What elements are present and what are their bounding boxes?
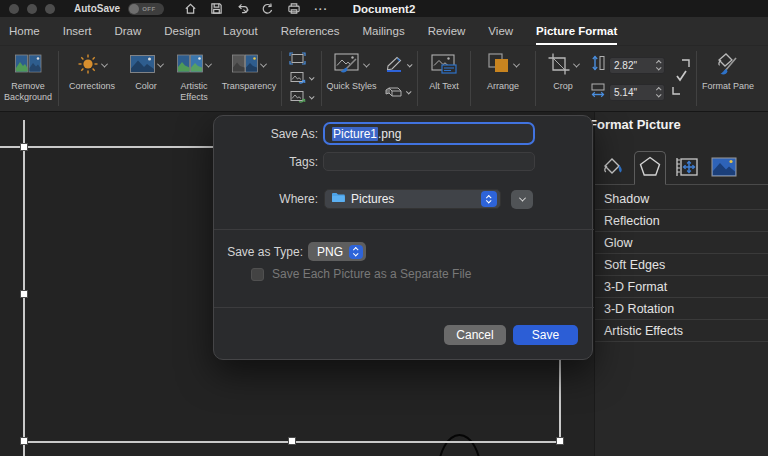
- home-icon[interactable]: [184, 2, 197, 15]
- size-fields: 2.82" 5.14": [588, 46, 668, 111]
- panel-section-reflection[interactable]: Reflection: [595, 210, 768, 232]
- picture-effects-cube-icon: [384, 84, 403, 102]
- panel-section-shadow[interactable]: Shadow: [595, 188, 768, 210]
- tab-layout-properties[interactable]: [671, 154, 703, 184]
- compress-pictures-icon: [289, 51, 306, 69]
- arrange-button[interactable]: Arrange: [473, 46, 533, 111]
- window-close-button[interactable]: [9, 4, 19, 14]
- print-icon[interactable]: [287, 2, 301, 15]
- separate-file-checkbox[interactable]: [251, 268, 264, 281]
- selection-handle-middle-left[interactable]: [20, 290, 28, 298]
- dialog-separator-bottom: [214, 307, 594, 308]
- picture-effects-button[interactable]: [384, 84, 412, 102]
- color-button[interactable]: Color: [123, 46, 169, 111]
- save-button[interactable]: Save: [513, 325, 578, 345]
- dialog-separator-top: [214, 229, 594, 230]
- autosave-toggle[interactable]: OFF: [128, 3, 164, 15]
- height-stepper[interactable]: [657, 60, 661, 70]
- tab-insert[interactable]: Insert: [63, 17, 92, 45]
- reset-picture-button[interactable]: [289, 91, 314, 105]
- crop-chevron-icon[interactable]: [573, 61, 580, 68]
- tab-picture[interactable]: [708, 154, 740, 184]
- tab-fill-line[interactable]: [597, 154, 629, 184]
- corrections-button[interactable]: Corrections: [61, 46, 123, 111]
- format-pane-button[interactable]: Format Pane: [699, 46, 757, 111]
- tags-input[interactable]: [323, 152, 535, 171]
- undo-button[interactable]: [236, 2, 248, 15]
- lock-aspect-ratio-checkbox[interactable]: [671, 57, 691, 101]
- where-value: Pictures: [351, 192, 481, 206]
- selection-handle-bottom-left[interactable]: [20, 437, 28, 445]
- reset-picture-icon: [289, 89, 306, 107]
- quick-styles-icon: [334, 53, 361, 78]
- tab-design[interactable]: Design: [164, 17, 200, 45]
- autosave-label: AutoSave: [74, 3, 120, 14]
- picture-border-button[interactable]: [384, 56, 412, 76]
- picture-icon: [711, 157, 737, 181]
- artistic-effects-button[interactable]: Artistic Effects: [169, 46, 219, 111]
- file-type-value: PNG: [317, 245, 343, 259]
- selection-left-edge: [23, 120, 25, 456]
- tab-layout[interactable]: Layout: [223, 17, 258, 45]
- tab-draw[interactable]: Draw: [114, 17, 141, 45]
- shape-width-icon: [591, 82, 605, 102]
- shape-width-field[interactable]: 5.14": [609, 84, 665, 101]
- panel-section-soft-edges[interactable]: Soft Edges: [595, 254, 768, 276]
- tab-view[interactable]: View: [488, 17, 513, 45]
- folder-icon: [331, 192, 345, 206]
- panel-section-glow[interactable]: Glow: [595, 232, 768, 254]
- corrections-chevron-icon[interactable]: [101, 61, 108, 68]
- filename-extension: .png: [378, 127, 401, 141]
- picture-border-chevron-icon[interactable]: [407, 62, 412, 67]
- reset-picture-chevron-icon[interactable]: [309, 94, 314, 99]
- fill-line-icon: [601, 156, 625, 182]
- selection-handle-bottom-center[interactable]: [288, 437, 296, 445]
- filename-input[interactable]: Picture1.png: [323, 122, 535, 145]
- tab-home[interactable]: Home: [9, 17, 40, 45]
- change-picture-button[interactable]: [289, 72, 314, 86]
- transparency-chevron-icon[interactable]: [260, 61, 267, 68]
- quick-styles-button[interactable]: Quick Styles: [324, 46, 380, 111]
- tab-effects[interactable]: [634, 151, 666, 185]
- oval-shape[interactable]: [437, 434, 482, 456]
- alt-text-button[interactable]: Alt Text: [420, 46, 468, 111]
- window-controls: [9, 4, 55, 14]
- compress-pictures-button[interactable]: [289, 53, 314, 67]
- tab-references[interactable]: References: [281, 17, 340, 45]
- panel-section-artistic-effects[interactable]: Artistic Effects: [595, 320, 768, 342]
- shape-height-value: 2.82": [614, 60, 657, 71]
- transparency-button[interactable]: Transparency: [219, 46, 279, 111]
- selection-handle-top-left[interactable]: [20, 143, 28, 151]
- save-icon[interactable]: [210, 2, 223, 15]
- file-type-dropdown[interactable]: PNG: [308, 242, 366, 261]
- panel-section-3d-format[interactable]: 3-D Format: [595, 276, 768, 298]
- color-chevron-icon[interactable]: [156, 61, 163, 68]
- window-minimize-button[interactable]: [27, 4, 37, 14]
- selection-handle-bottom-right[interactable]: [556, 437, 564, 445]
- shape-height-field[interactable]: 2.82": [609, 57, 665, 74]
- redo-icon[interactable]: [261, 2, 274, 15]
- quick-styles-chevron-icon[interactable]: [363, 61, 370, 68]
- where-expand-button[interactable]: [511, 190, 533, 209]
- where-dropdown[interactable]: Pictures: [324, 189, 501, 209]
- where-stepper-icon: [481, 191, 497, 207]
- remove-background-button[interactable]: Remove Background: [0, 46, 56, 111]
- picture-effects-chevron-icon[interactable]: [406, 89, 411, 94]
- change-picture-chevron-icon[interactable]: [309, 75, 314, 80]
- panel-section-3d-rotation[interactable]: 3-D Rotation: [595, 298, 768, 320]
- tab-picture-format[interactable]: Picture Format: [536, 17, 617, 45]
- more-commands-icon[interactable]: ···: [314, 3, 328, 15]
- panel-title: Format Picture: [589, 117, 768, 132]
- panel-tabs: [595, 148, 768, 185]
- alt-text-icon: [431, 54, 457, 78]
- tab-mailings[interactable]: Mailings: [362, 17, 404, 45]
- cancel-button[interactable]: Cancel: [444, 325, 506, 345]
- crop-button[interactable]: Crop: [538, 46, 588, 111]
- window-zoom-button[interactable]: [45, 4, 55, 14]
- remove-background-icon: [15, 54, 42, 77]
- tab-review[interactable]: Review: [428, 17, 466, 45]
- artistic-effects-chevron-icon[interactable]: [205, 61, 212, 68]
- layout-properties-icon: [674, 156, 700, 182]
- arrange-chevron-icon[interactable]: [513, 61, 520, 68]
- width-stepper[interactable]: [657, 87, 661, 97]
